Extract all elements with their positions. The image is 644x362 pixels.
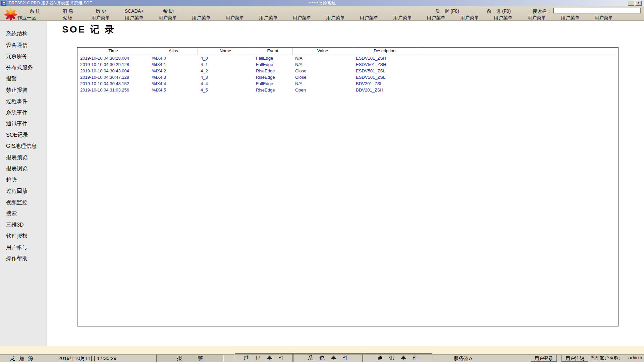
sidebar-list: 系统结构设备通信冗余服务分布式服务报警禁止报警过程事件系统事件通讯事件SOE记录… — [0, 21, 47, 264]
cell-time: 2019-10-10 04:30:29.128 — [77, 61, 149, 68]
menu-item-user[interactable]: 用户菜单 — [352, 15, 386, 21]
menu-item-user[interactable]: 用户菜单 — [453, 15, 486, 21]
sidebar-item[interactable]: SOE记录 — [0, 129, 47, 141]
menu-item-user[interactable]: 用户菜单 — [117, 15, 151, 21]
comm-event-button[interactable]: 通 讯 事 件 — [363, 353, 432, 362]
sidebar-item[interactable]: 操作帮助 — [0, 253, 47, 264]
menu-item-user[interactable]: 用户菜单 — [184, 15, 218, 21]
menu-item-user[interactable]: 用户菜单 — [587, 15, 621, 21]
sidebar-item[interactable]: 通讯事件 — [0, 118, 47, 129]
cell-description: ESDV501_ZSH — [353, 61, 416, 68]
cell-alias: %IX4.1 — [149, 61, 198, 68]
cell-description: BDV201_ZSH — [353, 87, 416, 93]
sidebar-item[interactable]: 视频监控 — [0, 197, 47, 208]
menu-item-user[interactable]: 用户菜单 — [285, 15, 319, 21]
menu-item-user[interactable]: 用户菜单 — [520, 15, 553, 21]
sidebar-item[interactable]: 系统结构 — [0, 28, 47, 40]
sidebar-item[interactable]: GIS地理信息 — [0, 140, 47, 152]
datetime-label: 2019年10月11日 17:35:29 — [58, 355, 116, 362]
menu-item-user[interactable]: 用户菜单 — [553, 15, 587, 21]
cell-description: ESDV101_ZSL — [353, 74, 416, 80]
menu-item-user[interactable]: 用户菜单 — [319, 15, 352, 21]
sidebar-item[interactable]: 报表预览 — [0, 152, 47, 163]
menu-item-user[interactable]: 用户菜单 — [84, 15, 117, 21]
sidebar-item[interactable]: 搜索 — [0, 208, 47, 219]
cell-time: 2019-10-10 04:31:03.256 — [77, 87, 149, 93]
cell-value: N/A — [292, 55, 353, 61]
table-header-row: TimeAliasNameEventValueDescription — [77, 48, 618, 55]
cell-value: N/A — [292, 80, 353, 87]
sidebar-item[interactable]: 趋势 — [0, 174, 47, 186]
menu-item-user[interactable]: 作业一区 — [10, 15, 44, 21]
menu-item-top[interactable]: 消 息 — [51, 8, 85, 14]
system-event-button[interactable]: 系 统 事 件 — [293, 353, 363, 362]
cell-time: 2019-10-10 04:30:43.004 — [77, 68, 149, 74]
cell-value: Close — [292, 68, 353, 74]
account-label: 当前账户名称: — [590, 355, 620, 362]
cell-value: N/A — [292, 61, 353, 68]
table-body: 2019-10-10 04:30:28.004 %IX4.0 4_0 FallE… — [77, 55, 618, 93]
sidebar-nav: 系统结构设备通信冗余服务分布式服务报警禁止报警过程事件系统事件通讯事件SOE记录… — [0, 21, 47, 346]
menu-item-top[interactable]: 帮 助 — [152, 8, 185, 14]
sidebar-item[interactable]: 系统事件 — [0, 107, 47, 118]
nav-back-button[interactable]: 后 退 (F8) — [427, 8, 467, 14]
soe-table: TimeAliasNameEventValueDescription 2019-… — [77, 47, 619, 326]
nav-forward-button[interactable]: 前 进 (F9) — [479, 8, 519, 14]
cell-event: FallEdge — [253, 55, 292, 61]
table-row[interactable]: 2019-10-10 04:30:48.152 %IX4.4 4_4 FallE… — [77, 80, 618, 87]
table-row[interactable]: 2019-10-10 04:30:29.128 %IX4.1 4_1 FallE… — [77, 61, 618, 68]
table-row[interactable]: 2019-10-10 04:30:28.004 %IX4.0 4_0 FallE… — [77, 55, 618, 61]
process-event-button[interactable]: 过 程 事 件 — [235, 353, 293, 362]
sidebar-item[interactable]: 用户帐号 — [0, 242, 47, 253]
menu-bar: 系 统消 息历 史SCADA+帮 助 后 退 (F8) 前 进 (F9) 搜索栏… — [0, 6, 644, 21]
status-bar: 龙 鼎 源 2019年10月11日 17:35:29 报 警 过 程 事 件 系… — [0, 354, 644, 362]
sidebar-item[interactable]: 报表浏览 — [0, 163, 47, 174]
search-input[interactable] — [553, 8, 641, 13]
sidebar-item[interactable]: 软件授权 — [0, 230, 47, 242]
sidebar-item[interactable]: 三维3D — [0, 219, 47, 231]
cell-name: 4_3 — [198, 74, 253, 80]
sidebar-item[interactable]: 分布式服务 — [0, 62, 47, 73]
menu-item-top[interactable]: SCADA+ — [117, 8, 151, 14]
table-row[interactable]: 2019-10-10 04:30:43.004 %IX4.2 4_2 RiseE… — [77, 68, 618, 74]
table-header-cell: Description — [353, 48, 416, 55]
user-logout-button[interactable]: 用户注销 — [561, 355, 588, 362]
user-login-button[interactable]: 用户登录 — [531, 355, 557, 362]
table-header-cell: Alias — [149, 48, 198, 55]
server-label: 服务器A — [454, 355, 472, 362]
table-header-cell: Value — [292, 48, 353, 55]
table-row[interactable]: 2019-10-10 04:30:47.128 %IX4.3 4_3 RiseE… — [77, 74, 618, 80]
minimize-button[interactable]: _ — [628, 1, 634, 6]
menu-item-user[interactable]: 用户菜单 — [252, 15, 285, 21]
cell-description: BDV201_ZSL — [353, 80, 416, 87]
menu-item-user[interactable]: 用户菜单 — [218, 15, 252, 21]
search-label: 搜索栏： — [522, 8, 551, 14]
cell-alias: %IX4.2 — [149, 68, 198, 74]
menu-item-user[interactable]: 用户菜单 — [419, 15, 453, 21]
sidebar-item[interactable]: 过程回放 — [0, 185, 47, 197]
cell-alias: %IX4.4 — [149, 80, 198, 87]
menu-item-user[interactable]: 用户菜单 — [486, 15, 520, 21]
account-value: admin — [628, 355, 642, 362]
alarm-button[interactable]: 报 警 — [156, 355, 224, 362]
cell-alias: %IX4.0 — [149, 55, 198, 61]
close-button[interactable]: X — [635, 1, 642, 6]
sidebar-item[interactable]: 设备通信 — [0, 40, 47, 51]
cell-event: RiseEdge — [253, 68, 292, 74]
table-row[interactable]: 2019-10-10 04:31:03.256 %IX4.5 4_5 RiseE… — [77, 87, 618, 93]
menu-item-top[interactable]: 系 统 — [18, 8, 52, 14]
vendor-label: 龙 鼎 源 — [10, 355, 35, 362]
menu-item-top[interactable]: 历 史 — [84, 8, 118, 14]
page-title: SOE 记 录 — [62, 23, 115, 36]
sidebar-item[interactable]: 冗余服务 — [0, 51, 47, 62]
menu-item-user[interactable]: 用户菜单 — [151, 15, 184, 21]
menu-item-user[interactable]: 用户菜单 — [386, 15, 419, 21]
sidebar-item[interactable]: 过程事件 — [0, 96, 47, 107]
sidebar-item[interactable]: 禁止报警 — [0, 84, 47, 96]
cell-name: 4_5 — [198, 87, 253, 93]
cell-name: 4_2 — [198, 68, 253, 74]
sidebar-item[interactable]: 报警 — [0, 73, 47, 84]
menu-item-user[interactable]: 站场 — [51, 15, 85, 21]
cell-time: 2019-10-10 04:30:28.004 — [77, 55, 149, 61]
table-header-cell: Name — [198, 48, 253, 55]
